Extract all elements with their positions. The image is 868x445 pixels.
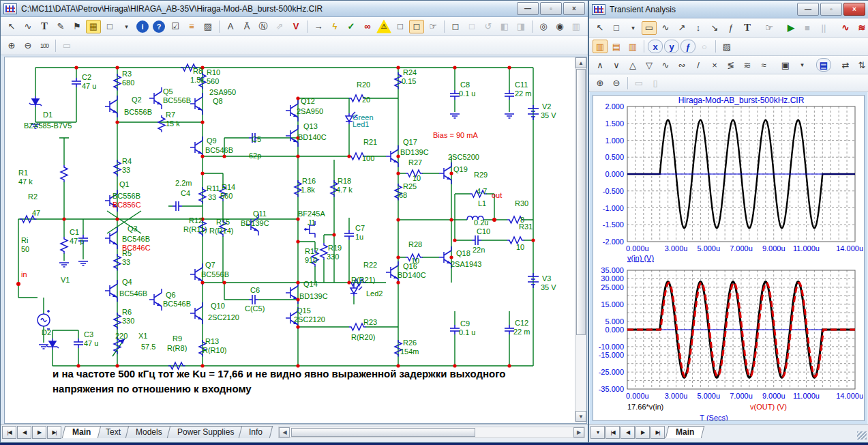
first-page-button[interactable]: |◀	[605, 426, 620, 439]
formula-text-icon[interactable]: ƒ	[723, 21, 738, 35]
last-page-button[interactable]: ▶|	[650, 426, 665, 439]
clipboard-icon[interactable]: ▣	[778, 58, 793, 72]
shape-picker-icon[interactable]: □	[102, 20, 117, 33]
zoom-out-icon[interactable]: ⊖	[609, 76, 624, 90]
clipboard-dropdown[interactable]: ▾	[794, 58, 809, 72]
gmin-gmax-icon[interactable]: ∾	[674, 58, 689, 72]
vertical-scrollbar[interactable]: ▲ ▼	[575, 57, 586, 422]
scroll-right-button[interactable]: ▶	[573, 427, 584, 437]
vertical-plot-layout-icon[interactable]: ▥	[625, 40, 640, 53]
cursor-mode-icon[interactable]: ∿	[658, 21, 673, 35]
vertical-tag-icon[interactable]: ↕	[691, 21, 706, 35]
title-bar[interactable]: Transient Analysis —▫×	[589, 1, 868, 18]
node-numbers-toggle-icon[interactable]: Ⓝ	[256, 20, 271, 33]
zoom-100-icon[interactable]: 100	[37, 39, 52, 53]
horizontal-scrollbar[interactable]: ◀ ▶	[278, 427, 585, 438]
tab-power-supplies[interactable]: Power Supplies	[167, 426, 245, 438]
warning-icon[interactable]: ⚠	[376, 20, 391, 33]
schematic-canvas[interactable]: R147 kR247Ri50inV1D2C347 uC147 pC247 uD1…	[4, 57, 587, 424]
first-page-button[interactable]: |◀	[2, 426, 16, 439]
maximize-button[interactable]: ▫	[820, 3, 842, 16]
new-page-icon[interactable]: □	[393, 20, 408, 33]
previous-page-button[interactable]: ◀	[17, 426, 31, 439]
plot-panel[interactable]: Hiraga-Mod-AB_burst-500kHz.CIR2.0001.500…	[593, 95, 865, 421]
zoom-in-icon[interactable]: ⊕	[593, 76, 608, 90]
y-axis-settings-icon[interactable]: y	[664, 40, 679, 53]
close-button[interactable]: ×	[843, 3, 865, 16]
box-select-icon[interactable]: ◻	[448, 20, 463, 33]
resize-grip[interactable]	[857, 431, 867, 440]
properties-icon[interactable]: ☞	[425, 20, 440, 33]
last-page-button[interactable]: ▶|	[47, 426, 61, 439]
show-voltage-icon[interactable]: V	[288, 20, 303, 33]
pan-y-axes-icon[interactable]: ⇅	[854, 58, 868, 72]
shape-picker-dropdown[interactable]: ▾	[625, 21, 640, 35]
show-power-icon[interactable]: ϟ	[327, 20, 342, 33]
single-plot-layout-icon[interactable]: ▥	[593, 40, 608, 53]
flag-mode-icon[interactable]: ⚑	[70, 20, 85, 33]
intersect-icon[interactable]: ×	[707, 58, 722, 72]
grid-text-toggle-icon[interactable]: Ã	[239, 20, 254, 33]
shape-picker-icon[interactable]: □	[609, 21, 624, 35]
next-page-button[interactable]: ▶	[32, 426, 46, 439]
scroll-up-button[interactable]: ▲	[575, 57, 586, 68]
fx-settings-icon[interactable]: ƒ	[680, 40, 695, 53]
find-component-icon[interactable]: ▦	[86, 20, 101, 33]
minimize-button[interactable]: —	[517, 2, 539, 15]
horizontal-tag-icon[interactable]: ↘	[707, 21, 722, 35]
valley-icon[interactable]: ∨	[609, 58, 624, 72]
close-button[interactable]: ×	[563, 2, 585, 15]
data-points-icon[interactable]: ∿	[838, 21, 853, 35]
split-text-icon[interactable]: ≡	[184, 20, 199, 33]
zoom-in-icon[interactable]: ⊕	[4, 39, 19, 53]
run-icon[interactable]: ▶	[783, 21, 798, 35]
wire-mode-icon[interactable]: ∿	[20, 20, 35, 33]
tab-main[interactable]: Main	[62, 426, 102, 438]
shape-picker-dropdown[interactable]: ▾	[119, 20, 134, 33]
minimize-button[interactable]: —	[797, 3, 819, 16]
peak-icon[interactable]: ∧	[593, 58, 608, 72]
find-icon[interactable]: ◎	[536, 20, 551, 33]
tokens-icon[interactable]: ≋	[854, 21, 868, 35]
envelope-top-icon[interactable]: ≋	[740, 58, 755, 72]
horizontal-plot-layout-icon[interactable]: ▤	[609, 40, 624, 53]
graphics-mode-icon[interactable]: ✎	[53, 20, 68, 33]
select-mode-icon[interactable]: ↖	[593, 21, 608, 35]
crossing-icon[interactable]: ≶	[723, 58, 738, 72]
slope-icon[interactable]: /	[691, 58, 706, 72]
find-repeat-icon[interactable]: ◉	[552, 20, 567, 33]
maximize-button[interactable]: ▫	[540, 2, 562, 15]
vertical-scroll-thumb[interactable]	[576, 69, 586, 335]
zoom-out-icon[interactable]: ⊖	[20, 39, 35, 53]
help-mode-icon[interactable]: ?	[153, 20, 165, 33]
attribute-text-toggle-icon[interactable]: A	[223, 20, 238, 33]
region-select-icon[interactable]: ◻	[409, 20, 424, 33]
numeric-output-icon[interactable]: ▤	[816, 58, 831, 72]
show-current-icon[interactable]: →	[311, 20, 326, 33]
show-condition-icon[interactable]: ✓	[344, 20, 359, 33]
show-pin-connection-icon[interactable]: ∞	[360, 20, 375, 33]
text-mode-icon[interactable]: T	[740, 21, 755, 35]
previous-page-button[interactable]: ◀	[620, 426, 635, 439]
scroll-down-button[interactable]: ▼	[575, 411, 586, 422]
next-page-button[interactable]: ▶	[635, 426, 650, 439]
plot-select-dropdown[interactable]: ▾	[590, 426, 605, 439]
x-axis-settings-icon[interactable]: x	[648, 40, 663, 53]
page-edit-icon[interactable]: ▨	[200, 20, 215, 33]
envelope-bottom-icon[interactable]: ≈	[756, 58, 771, 72]
high-icon[interactable]: △	[625, 58, 640, 72]
scale-mode-icon[interactable]: ▭	[642, 21, 657, 35]
tab-models[interactable]: Models	[125, 426, 173, 438]
tab-info[interactable]: Info	[239, 426, 273, 438]
pan-x-axes-icon[interactable]: ⇄	[838, 58, 853, 72]
point-tag-icon[interactable]: ↗	[674, 21, 689, 35]
plot-tab-main[interactable]: Main	[665, 426, 705, 438]
inflection-icon[interactable]: ∿	[658, 58, 673, 72]
info-mode-icon[interactable]: i	[136, 20, 149, 33]
edit-limits-icon[interactable]: ▨	[719, 40, 734, 53]
properties-icon[interactable]: ☞	[762, 21, 777, 35]
text-mode-icon[interactable]: T	[37, 20, 52, 33]
scroll-left-button[interactable]: ◀	[279, 427, 290, 437]
horizontal-scroll-thumb[interactable]	[291, 428, 475, 437]
design-checklist-icon[interactable]: ☑	[168, 20, 183, 33]
